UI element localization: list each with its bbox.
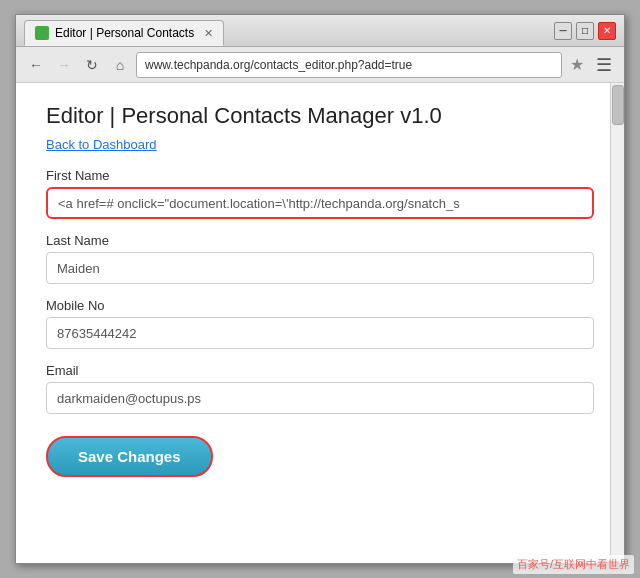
maximize-button[interactable]: □ xyxy=(576,22,594,40)
tab-close-icon[interactable]: ✕ xyxy=(204,27,213,40)
email-label: Email xyxy=(46,363,594,378)
first-name-input[interactable] xyxy=(46,187,594,219)
close-button[interactable]: ✕ xyxy=(598,22,616,40)
mobile-group: Mobile No xyxy=(46,298,594,349)
refresh-button[interactable]: ↻ xyxy=(80,53,104,77)
back-to-dashboard-link[interactable]: Back to Dashboard xyxy=(46,137,157,152)
forward-button[interactable]: → xyxy=(52,53,76,77)
last-name-input[interactable] xyxy=(46,252,594,284)
save-changes-button[interactable]: Save Changes xyxy=(46,436,213,477)
tab-title: Editor | Personal Contacts xyxy=(55,26,194,40)
last-name-label: Last Name xyxy=(46,233,594,248)
page-title: Editor | Personal Contacts Manager v1.0 xyxy=(46,103,594,129)
last-name-group: Last Name xyxy=(46,233,594,284)
title-bar: Editor | Personal Contacts ✕ ─ □ ✕ xyxy=(16,15,624,47)
mobile-label: Mobile No xyxy=(46,298,594,313)
minimize-button[interactable]: ─ xyxy=(554,22,572,40)
email-input[interactable] xyxy=(46,382,594,414)
mobile-input[interactable] xyxy=(46,317,594,349)
nav-bar: ← → ↻ ⌂ ★ ☰ xyxy=(16,47,624,83)
email-group: Email xyxy=(46,363,594,414)
window-controls: ─ □ ✕ xyxy=(554,22,616,40)
content-area: Editor | Personal Contacts Manager v1.0 … xyxy=(16,83,624,563)
first-name-label: First Name xyxy=(46,168,594,183)
menu-icon[interactable]: ☰ xyxy=(592,54,616,76)
address-bar[interactable] xyxy=(136,52,562,78)
home-button[interactable]: ⌂ xyxy=(108,53,132,77)
tab-favicon xyxy=(35,26,49,40)
active-tab[interactable]: Editor | Personal Contacts ✕ xyxy=(24,20,224,46)
first-name-group: First Name xyxy=(46,168,594,219)
bookmark-star-icon[interactable]: ★ xyxy=(566,55,588,74)
scrollbar-thumb[interactable] xyxy=(612,85,624,125)
scrollbar[interactable] xyxy=(610,83,624,563)
tab-area: Editor | Personal Contacts ✕ xyxy=(24,15,548,46)
browser-window: Editor | Personal Contacts ✕ ─ □ ✕ ← → ↻… xyxy=(15,14,625,564)
back-button[interactable]: ← xyxy=(24,53,48,77)
